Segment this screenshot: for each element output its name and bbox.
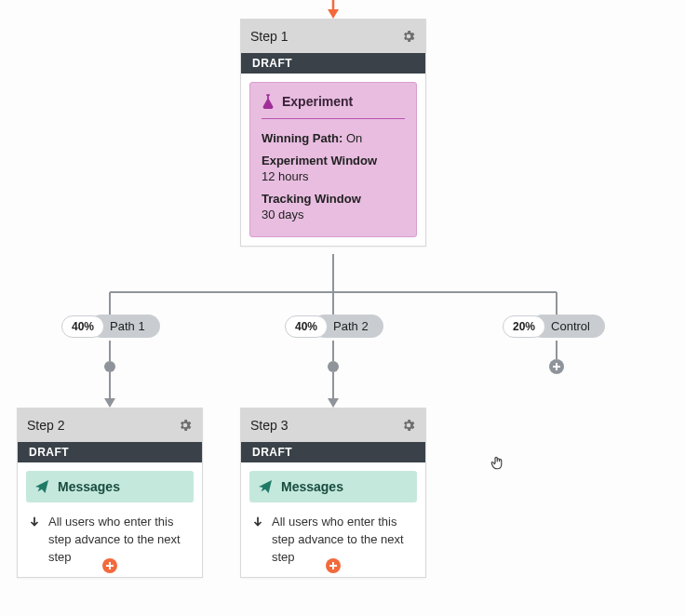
step-3-header[interactable]: Step 3 <box>241 408 425 442</box>
step-3-status: DRAFT <box>241 442 425 462</box>
experiment-window-label: Experiment Window <box>262 153 405 169</box>
hand-cursor-icon <box>490 454 506 471</box>
path-2-percent: 40% <box>285 315 328 338</box>
gear-icon[interactable] <box>178 418 193 433</box>
svg-marker-12 <box>328 398 339 408</box>
step-3-card[interactable]: Step 3 DRAFT Messages All users who ente… <box>240 408 426 578</box>
step-3-title: Step 3 <box>250 418 288 433</box>
step-3-messages[interactable]: Messages <box>249 471 417 502</box>
paper-plane-icon <box>259 480 272 493</box>
tracking-window-label: Tracking Window <box>262 191 405 208</box>
step-2-messages-label: Messages <box>58 479 120 494</box>
step-2-messages[interactable]: Messages <box>26 471 194 502</box>
svg-marker-10 <box>104 398 115 408</box>
step-2-title: Step 2 <box>27 418 64 433</box>
gear-icon[interactable] <box>401 418 416 433</box>
paper-plane-icon <box>35 480 48 493</box>
step-3-messages-label: Messages <box>281 479 343 494</box>
path-2-pill[interactable]: 40% Path 2 <box>285 315 383 338</box>
step-2-advance-text: All users who enter this step advance to… <box>48 514 192 567</box>
control-percent: 20% <box>503 315 545 338</box>
experiment-window-value: 12 hours <box>262 168 405 185</box>
control-pill[interactable]: 20% Control <box>503 315 605 338</box>
step-1-status: DRAFT <box>241 53 425 74</box>
tracking-window-value: 30 days <box>262 207 405 223</box>
path-1-percent: 40% <box>61 315 104 338</box>
experiment-box[interactable]: Experiment Winning Path: On Experiment W… <box>249 82 417 237</box>
down-arrow-icon <box>251 516 264 529</box>
svg-marker-1 <box>328 9 339 19</box>
experiment-heading: Experiment <box>282 94 353 109</box>
control-add-button[interactable] <box>549 359 564 374</box>
step-1-card[interactable]: Step 1 DRAFT Experiment Winning Path: On… <box>240 19 426 247</box>
path-1-node[interactable] <box>104 361 115 372</box>
down-arrow-icon <box>28 516 41 529</box>
flask-icon <box>262 94 275 109</box>
path-2-node[interactable] <box>328 361 339 372</box>
winning-path-label: Winning Path: <box>262 131 342 145</box>
step-1-title: Step 1 <box>250 29 288 44</box>
step-3-add-button[interactable] <box>326 558 341 573</box>
step-2-status: DRAFT <box>18 442 202 462</box>
step-2-card[interactable]: Step 2 DRAFT Messages All users who ente… <box>17 408 203 578</box>
step-1-header[interactable]: Step 1 <box>241 20 425 53</box>
step-2-header[interactable]: Step 2 <box>18 408 202 442</box>
step-2-add-button[interactable] <box>102 558 117 573</box>
step-3-advance-text: All users who enter this step advance to… <box>272 514 415 567</box>
winning-path-value: On <box>346 131 362 145</box>
path-1-pill[interactable]: 40% Path 1 <box>61 315 160 338</box>
gear-icon[interactable] <box>401 29 416 44</box>
